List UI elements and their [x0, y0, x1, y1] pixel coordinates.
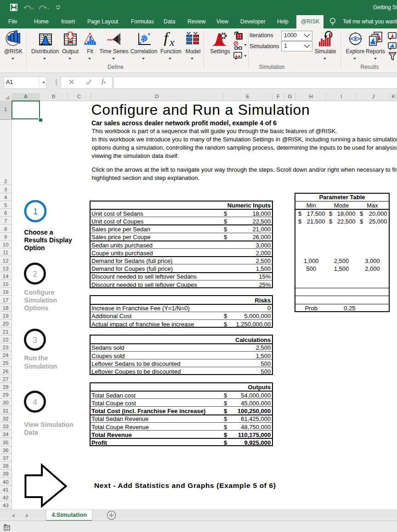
svg-text:4: 4 — [33, 398, 37, 407]
svg-text:2: 2 — [33, 269, 37, 279]
svg-text:1: 1 — [33, 207, 38, 216]
svg-text:x: x — [169, 36, 175, 46]
svg-text:3: 3 — [33, 336, 37, 345]
